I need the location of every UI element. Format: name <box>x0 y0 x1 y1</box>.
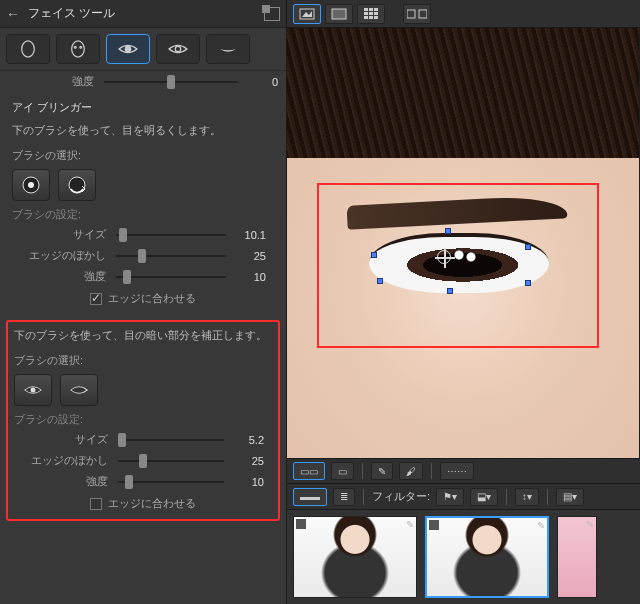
dark-correct-desc: 下のブラシを使って、目の暗い部分を補正します。 <box>14 328 272 343</box>
edit-badge-icon: ✎ <box>406 519 414 530</box>
eb-edgeblur-slider[interactable]: エッジのぼかし 25 <box>12 245 274 266</box>
preview-photo <box>287 28 639 458</box>
svg-rect-14 <box>369 8 373 11</box>
tab-face-shape[interactable] <box>6 34 50 64</box>
thumbnail[interactable]: ✎ <box>425 516 549 598</box>
control-handle[interactable] <box>371 252 377 258</box>
checkbox-icon[interactable] <box>90 498 102 510</box>
eb-fit-edge-checkbox[interactable]: エッジに合わせる <box>12 287 274 310</box>
filter-tag-dropdown[interactable]: ⬓▾ <box>470 488 498 506</box>
popout-icon[interactable] <box>264 7 280 21</box>
dc-fit-edge-checkbox[interactable]: エッジに合わせる <box>14 492 272 515</box>
svg-point-3 <box>80 46 82 48</box>
brush-select-label-2: ブラシの選択: <box>14 353 272 368</box>
divider <box>506 489 507 505</box>
sort-dropdown[interactable]: ↕▾ <box>515 488 539 506</box>
dots-icon[interactable]: ⋯⋯ <box>440 462 474 480</box>
dc-intensity-slider[interactable]: 強度 10 <box>14 471 272 492</box>
view-mode-toolbar <box>287 0 640 28</box>
view-compare-icon[interactable] <box>403 4 431 24</box>
control-handle[interactable] <box>447 288 453 294</box>
intensity-label: 強度 <box>0 74 98 89</box>
svg-rect-21 <box>374 16 378 19</box>
svg-rect-16 <box>364 12 368 15</box>
edit-badge-icon: ✎ <box>537 520 545 531</box>
edit-badge-icon: ✎ <box>586 519 594 530</box>
eye-blinger-title: アイ ブリンガー <box>12 100 274 115</box>
tab-eye-blinger[interactable] <box>106 34 150 64</box>
eye-blinger-section: アイ ブリンガー 下のブラシを使って、目を明るくします。 ブラシの選択: ブラシ… <box>0 92 286 316</box>
eye-blinger-desc: 下のブラシを使って、目を明るくします。 <box>12 123 274 138</box>
eb-size-slider[interactable]: サイズ 10.1 <box>12 224 274 245</box>
preview-area[interactable] <box>287 28 640 458</box>
hair-region <box>287 28 639 178</box>
svg-point-7 <box>28 182 34 188</box>
svg-rect-23 <box>419 10 427 18</box>
checkbox-icon[interactable] <box>90 293 102 305</box>
control-handle[interactable] <box>377 278 383 284</box>
tab-eye-other[interactable] <box>156 34 200 64</box>
slider-track[interactable] <box>104 75 238 89</box>
selection-rectangle[interactable] <box>317 183 599 348</box>
compare-split-icon[interactable]: ▭▭ <box>293 462 325 480</box>
dark-correct-section: 下のブラシを使って、目の暗い部分を補正します。 ブラシの選択: ブラシの設定: … <box>6 320 280 521</box>
svg-point-9 <box>31 388 36 393</box>
brush-icon[interactable]: 🖌 <box>399 462 423 480</box>
view-grid-icon[interactable] <box>357 4 385 24</box>
svg-point-4 <box>125 46 130 51</box>
filmstrip: ✎ ✎ ✎ <box>287 510 640 604</box>
dc-edgeblur-slider[interactable]: エッジのぼかし 25 <box>14 450 272 471</box>
face-tools-panel: ← フェイス ツール 強度 0 アイ ブリンガー 下のブラシを使って、目を明るく… <box>0 0 287 604</box>
svg-marker-11 <box>302 11 312 17</box>
divider <box>363 489 364 505</box>
global-intensity-slider[interactable]: 強度 0 <box>0 71 286 92</box>
svg-rect-18 <box>374 12 378 15</box>
stack-dropdown[interactable]: ▤▾ <box>556 488 584 506</box>
dc-size-slider[interactable]: サイズ 5.2 <box>14 429 272 450</box>
view-fit-icon[interactable] <box>325 4 353 24</box>
svg-rect-13 <box>364 8 368 11</box>
control-handle[interactable] <box>525 280 531 286</box>
compare-single-icon[interactable]: ▭ <box>331 462 354 480</box>
divider <box>547 489 548 505</box>
thumbnail-image <box>294 517 416 597</box>
brush-erase-button[interactable] <box>58 169 96 201</box>
thumbnail[interactable]: ✎ <box>557 516 597 598</box>
svg-point-5 <box>175 46 180 51</box>
compare-toolbar: ▭▭ ▭ ✎ 🖌 ⋯⋯ <box>287 458 640 484</box>
svg-rect-22 <box>407 10 415 18</box>
back-arrow-icon[interactable]: ← <box>6 6 20 22</box>
filter-label: フィルター: <box>372 489 430 504</box>
filmstrip-mode-icon[interactable]: ▬▬ <box>293 488 327 506</box>
filter-toolbar: ▬▬ ≣ フィルター: ⚑▾ ⬓▾ ↕▾ ▤▾ <box>287 484 640 510</box>
list-mode-icon[interactable]: ≣ <box>333 488 355 506</box>
control-handle[interactable] <box>445 228 451 234</box>
svg-rect-20 <box>369 16 373 19</box>
brush-apply-button[interactable] <box>12 169 50 201</box>
panel-title: フェイス ツール <box>28 5 256 22</box>
svg-point-1 <box>72 41 85 57</box>
tab-mouth[interactable] <box>206 34 250 64</box>
brush-select-label: ブラシの選択: <box>12 148 274 163</box>
control-handle[interactable] <box>525 244 531 250</box>
center-crosshair-icon[interactable] <box>437 250 451 264</box>
svg-rect-12 <box>332 9 346 19</box>
svg-point-0 <box>22 41 35 57</box>
filter-flag-dropdown[interactable]: ⚑▾ <box>436 488 464 506</box>
view-single-icon[interactable] <box>293 4 321 24</box>
eyedropper-icon[interactable]: ✎ <box>371 462 393 480</box>
brush-settings-label-2: ブラシの設定: <box>14 412 272 427</box>
slider-thumb[interactable] <box>167 75 175 89</box>
dc-brush-erase-button[interactable] <box>60 374 98 406</box>
right-panel: ▭▭ ▭ ✎ 🖌 ⋯⋯ ▬▬ ≣ フィルター: ⚑▾ ⬓▾ ↕▾ ▤▾ ✎ ✎ <box>287 0 640 604</box>
eb-intensity-slider[interactable]: 強度 10 <box>12 266 274 287</box>
flag-icon[interactable] <box>429 520 439 530</box>
brush-settings-label: ブラシの設定: <box>12 207 274 222</box>
tab-skin[interactable] <box>56 34 100 64</box>
dc-brush-apply-button[interactable] <box>14 374 52 406</box>
face-part-tabs <box>0 28 286 71</box>
panel-titlebar: ← フェイス ツール <box>0 0 286 28</box>
divider <box>431 463 432 479</box>
flag-icon[interactable] <box>296 519 306 529</box>
thumbnail[interactable]: ✎ <box>293 516 417 598</box>
